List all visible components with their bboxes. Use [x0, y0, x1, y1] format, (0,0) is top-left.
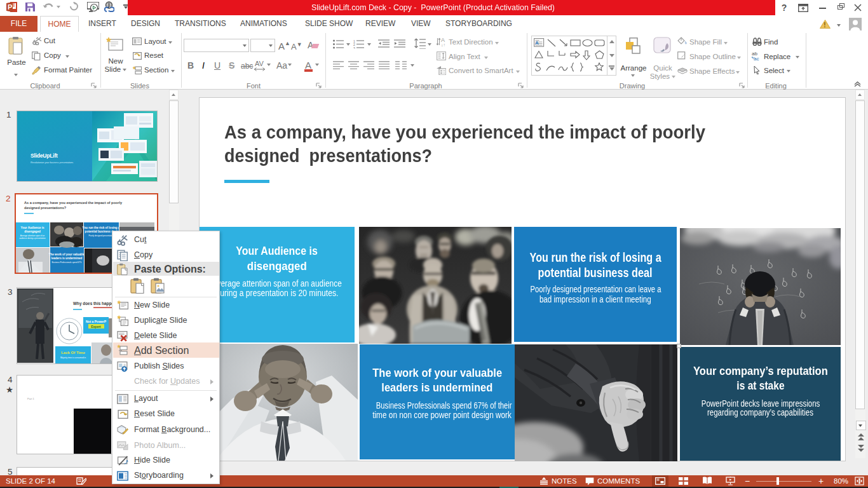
svg-text:↓↑: ↓↑: [441, 43, 445, 46]
svg-text:Your Audience is: Your Audience is: [20, 226, 44, 229]
svg-text:Expert: Expert: [91, 325, 101, 329]
svg-text:Revolutionize your business pr: Revolutionize your business presentation…: [31, 161, 74, 164]
svg-text:!: !: [824, 22, 825, 29]
svg-text:audience during a presentation: audience during a presentation: [19, 237, 46, 240]
svg-text:Business Professionals spend 6: Business Professionals spend 67%: [52, 261, 82, 264]
svg-text:Part 1: Part 1: [27, 397, 34, 400]
svg-text:3: 3: [353, 46, 355, 50]
svg-text:designed presentations?: designed presentations?: [24, 206, 67, 210]
svg-text:disengaged: disengaged: [24, 230, 41, 233]
svg-text:A: A: [535, 40, 539, 46]
svg-text:Not a PowerP: Not a PowerP: [86, 320, 107, 323]
svg-text:Majority time is consumed in: Majority time is consumed in: [60, 356, 86, 359]
svg-text:The work of your valuable: The work of your valuable: [49, 253, 85, 256]
svg-text:You run the risk of losing a: You run the risk of losing a: [83, 226, 120, 229]
svg-text:Lack Of Time: Lack Of Time: [61, 351, 85, 355]
svg-text:P: P: [8, 3, 12, 11]
svg-text:As a company, have you experie: As a company, have you experienced the i…: [24, 201, 123, 205]
svg-text:Poorly designed presentation: Poorly designed presentation: [89, 234, 114, 237]
svg-text:leaders is undermined: leaders is undermined: [51, 257, 83, 260]
svg-text:SlideUpLift: SlideUpLift: [31, 152, 58, 159]
svg-text:ac: ac: [754, 56, 759, 60]
